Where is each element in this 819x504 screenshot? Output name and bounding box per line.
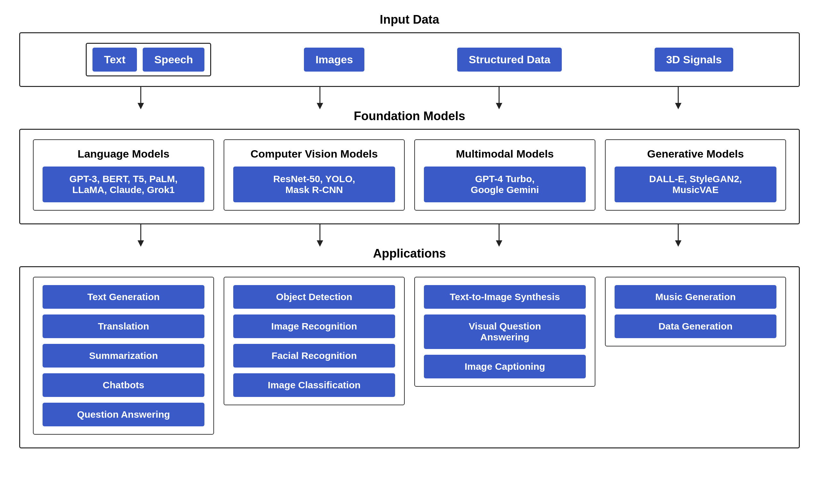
arrow-col-8 <box>674 224 683 247</box>
svg-marker-15 <box>675 240 682 247</box>
svg-marker-1 <box>137 103 144 109</box>
foundation-models-section: Foundation Models Language Models GPT-3,… <box>19 109 800 224</box>
3d-signals-chip: 3D Signals <box>655 48 733 72</box>
arrow-col-6 <box>316 224 324 247</box>
vision-apps-group: Object Detection Image Recognition Facia… <box>224 277 405 405</box>
app-image-captioning: Image Captioning <box>424 355 586 378</box>
app-image-classification: Image Classification <box>233 373 395 397</box>
app-visual-qa: Visual QuestionAnswering <box>424 314 586 349</box>
arrow-svg-2 <box>316 87 324 109</box>
arrow-col-1 <box>136 87 145 109</box>
generative-models-examples: DALL-E, StyleGAN2,MusicVAE <box>615 167 776 202</box>
input-data-box: Text Speech Images Structured Data 3D Si… <box>19 32 800 87</box>
svg-marker-3 <box>317 103 323 109</box>
text-speech-group: Text Speech <box>86 43 211 76</box>
language-models-title: Language Models <box>77 148 169 160</box>
svg-marker-13 <box>496 240 502 247</box>
app-text-generation: Text Generation <box>43 285 204 309</box>
arrow-col-5 <box>136 224 145 247</box>
arrows-row-2 <box>19 224 800 247</box>
arrow-svg-6 <box>316 224 324 247</box>
input-data-label: Input Data <box>19 13 800 27</box>
generative-models-group: Generative Models DALL-E, StyleGAN2,Musi… <box>605 139 786 211</box>
input-data-section: Input Data Text Speech Images Structured… <box>19 13 800 87</box>
app-question-answering: Question Answering <box>43 403 204 426</box>
vision-models-examples: ResNet-50, YOLO,Mask R-CNN <box>233 167 395 202</box>
app-object-detection: Object Detection <box>233 285 395 309</box>
images-chip: Images <box>304 48 364 72</box>
app-data-generation: Data Generation <box>615 314 776 338</box>
text-chip: Text <box>92 48 137 72</box>
arrow-col-3 <box>495 87 503 109</box>
multimodal-apps-group: Text-to-Image Synthesis Visual QuestionA… <box>414 277 595 387</box>
app-chatbots: Chatbots <box>43 373 204 397</box>
language-apps-group: Text Generation Translation Summarizatio… <box>33 277 214 435</box>
multimodal-models-group: Multimodal Models GPT-4 Turbo,Google Gem… <box>414 139 595 211</box>
app-image-recognition: Image Recognition <box>233 314 395 338</box>
arrows-row-1 <box>19 87 800 109</box>
speech-chip: Speech <box>143 48 204 72</box>
arrow-col-4 <box>674 87 683 109</box>
app-text-to-image: Text-to-Image Synthesis <box>424 285 586 309</box>
multimodal-models-title: Multimodal Models <box>456 148 554 160</box>
svg-marker-5 <box>496 103 502 109</box>
arrow-svg-3 <box>495 87 503 109</box>
svg-marker-11 <box>317 240 323 247</box>
language-models-examples: GPT-3, BERT, T5, PaLM,LLaMA, Claude, Gro… <box>43 167 204 202</box>
applications-label: Applications <box>19 247 800 260</box>
vision-models-group: Computer Vision Models ResNet-50, YOLO,M… <box>224 139 405 211</box>
language-models-group: Language Models GPT-3, BERT, T5, PaLM,LL… <box>33 139 214 211</box>
foundation-models-label: Foundation Models <box>19 109 800 123</box>
app-music-generation: Music Generation <box>615 285 776 309</box>
app-facial-recognition: Facial Recognition <box>233 344 395 368</box>
arrow-col-2 <box>316 87 324 109</box>
arrow-svg-5 <box>136 224 145 247</box>
structured-data-chip: Structured Data <box>457 48 562 72</box>
arrow-svg-7 <box>495 224 503 247</box>
vision-models-title: Computer Vision Models <box>251 148 378 160</box>
arrow-svg-1 <box>136 87 145 109</box>
multimodal-models-examples: GPT-4 Turbo,Google Gemini <box>424 167 586 202</box>
arrow-svg-4 <box>674 87 683 109</box>
applications-section: Applications Text Generation Translation… <box>19 247 800 448</box>
arrow-col-7 <box>495 224 503 247</box>
app-summarization: Summarization <box>43 344 204 368</box>
foundation-box: Language Models GPT-3, BERT, T5, PaLM,LL… <box>19 129 800 224</box>
applications-box: Text Generation Translation Summarizatio… <box>19 266 800 448</box>
arrow-svg-8 <box>674 224 683 247</box>
svg-marker-9 <box>137 240 144 247</box>
generative-apps-group: Music Generation Data Generation <box>605 277 786 346</box>
app-translation: Translation <box>43 314 204 338</box>
svg-marker-7 <box>675 103 682 109</box>
generative-models-title: Generative Models <box>647 148 744 160</box>
